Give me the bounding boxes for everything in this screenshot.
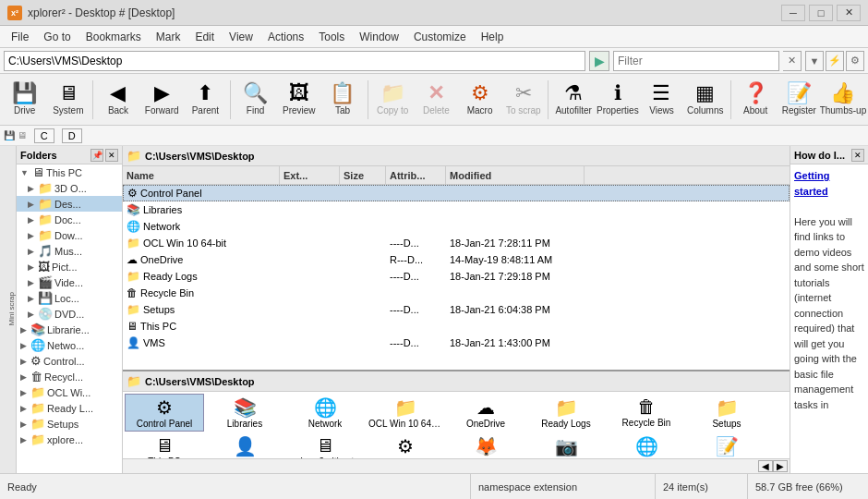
menu-help[interactable]: Help <box>474 29 512 45</box>
folders-panel-close-button[interactable]: ✕ <box>105 149 118 162</box>
menu-goto[interactable]: Go to <box>36 29 78 45</box>
folder-tree[interactable]: ▼ 🖥 This PC ▶ 📁 3D O... ▶ 📁 Des... ▶ 📁 D… <box>17 164 122 473</box>
right-panel-close-button[interactable]: ✕ <box>851 149 864 162</box>
folders-panel-pin-button[interactable]: 📌 <box>90 149 103 162</box>
file-row[interactable]: ⚙ Control Panel <box>123 185 790 201</box>
register-button[interactable]: 📝 Register <box>778 77 820 123</box>
drive-d-button[interactable]: D <box>62 128 82 143</box>
file-row[interactable]: 🖥 This PC <box>123 318 790 335</box>
menu-customize[interactable]: Customize <box>406 29 474 45</box>
file-row[interactable]: 👤 VMS ----D... 18-Jan-21 1:43:00 PM <box>123 335 790 351</box>
minimize-button[interactable]: ─ <box>781 5 805 21</box>
bottom-icon-item[interactable]: 📁 Ready Logs <box>526 394 606 432</box>
filter-icon-button1[interactable]: ⚡ <box>826 51 844 71</box>
about-button[interactable]: ❓ About <box>735 77 777 123</box>
bottom-icon-item[interactable]: 📚 Libraries <box>205 394 284 432</box>
find-button[interactable]: 🔍 Find <box>235 77 276 123</box>
filter-icon-button2[interactable]: ⚙ <box>846 51 864 71</box>
menu-file[interactable]: File <box>4 29 36 45</box>
menu-bookmarks[interactable]: Bookmarks <box>78 29 149 45</box>
col-header-modified[interactable]: Modified <box>446 166 585 184</box>
right-panel-getting-started-link[interactable]: Getting started <box>794 170 830 197</box>
close-button[interactable]: ✕ <box>837 5 861 21</box>
drive-c-button[interactable]: C <box>34 128 54 143</box>
bottom-icon-item[interactable]: ⚙ Control Panel <box>125 394 204 432</box>
file-row[interactable]: 📚 Libraries <box>123 201 790 218</box>
tree-item-readylogs[interactable]: ▶ 📁 Ready L... <box>17 400 122 416</box>
forward-button[interactable]: ▶ Forward <box>141 77 183 123</box>
col-header-attrib[interactable]: Attrib... <box>386 166 446 184</box>
tree-item-setups[interactable]: ▶ 📁 Setups <box>17 416 122 432</box>
bottom-icon-item[interactable]: 🦊 Firefox <box>446 432 525 458</box>
copyto-button[interactable]: 📁 Copy to <box>372 77 414 123</box>
bottom-icon-item[interactable]: 🖥 This PC <box>125 432 204 458</box>
tree-item-music[interactable]: ▶ 🎵 Mus... <box>17 243 122 259</box>
properties-button[interactable]: ℹ Properties <box>597 77 639 123</box>
tree-item-videos[interactable]: ▶ 🎬 Vide... <box>17 274 122 290</box>
delete-button[interactable]: ✕ Delete <box>416 77 457 123</box>
bottom-icon-item[interactable]: 🗑 Recycle Bin <box>607 394 686 432</box>
autofilter-button[interactable]: ⚗ Autofilter <box>552 77 594 123</box>
menu-actions[interactable]: Actions <box>260 29 311 45</box>
file-list[interactable]: ⚙ Control Panel 📚 Libraries 🌐 Network 📁 … <box>123 185 790 370</box>
menu-window[interactable]: Window <box>352 29 406 45</box>
preview-button[interactable]: 🖼 Preview <box>278 77 319 123</box>
bottom-icon-item[interactable]: 📁 Setups <box>687 394 766 432</box>
tree-item-downloads[interactable]: ▶ 📁 Dow... <box>17 227 122 243</box>
tree-item-network[interactable]: ▶ 🌐 Netwo... <box>17 337 122 353</box>
columns-button[interactable]: ▦ Columns <box>684 77 726 123</box>
bottom-icon-item[interactable]: 👤 VMS <box>205 432 284 458</box>
bottom-icon-item[interactable]: 🖥 xplorer2 ultimate <box>285 432 365 458</box>
menu-edit[interactable]: Edit <box>187 29 222 45</box>
filter-clear-button[interactable]: ✕ <box>783 51 802 71</box>
toscrap-button[interactable]: ✂ To scrap <box>502 77 544 123</box>
col-header-ext[interactable]: Ext... <box>280 166 340 184</box>
tree-item-3d[interactable]: ▶ 📁 3D O... <box>17 180 122 196</box>
maximize-button[interactable]: □ <box>809 5 833 21</box>
tree-item-docs[interactable]: ▶ 📁 Doc... <box>17 212 122 227</box>
tree-item-libraries[interactable]: ▶ 📚 Librarie... <box>17 322 122 337</box>
file-row[interactable]: 🌐 Network <box>123 218 790 235</box>
address-input[interactable] <box>4 51 585 71</box>
menu-view[interactable]: View <box>222 29 260 45</box>
views-button[interactable]: ☰ Views <box>641 77 682 123</box>
bottom-icon-item[interactable]: 📁 OCL Win 10 64-bit <box>366 394 445 432</box>
tree-item-dvd[interactable]: ▶ 💿 DVD... <box>17 306 122 322</box>
tab-button[interactable]: 📋 Tab <box>321 77 363 123</box>
bottom-icon-item[interactable]: 📷 FSCapture <box>526 432 606 458</box>
filter-input[interactable] <box>613 51 779 71</box>
tree-item-ocl[interactable]: ▶ 📁 OCL Wi... <box>17 384 122 400</box>
bottom-icon-item[interactable]: 📝 LogsManager <box>687 432 766 458</box>
macro-button[interactable]: ⚙ Macro <box>459 77 500 123</box>
parent-button[interactable]: ⬆ Parent <box>185 77 226 123</box>
tree-item-thispc[interactable]: ▼ 🖥 This PC <box>17 164 122 180</box>
filter-options-button[interactable]: ▼ <box>805 51 824 71</box>
system-button[interactable]: 🖥 System <box>47 77 89 123</box>
file-row[interactable]: 📁 OCL Win 10 64-bit ----D... 18-Jan-21 7… <box>123 235 790 251</box>
address-go-button[interactable]: ▶ <box>589 51 609 71</box>
bottom-icon-item[interactable]: 🌐 Network <box>285 394 365 432</box>
file-row[interactable]: ☁ OneDrive R---D... 14-May-19 8:48:11 AM <box>123 251 790 268</box>
tree-item-local[interactable]: ▶ 💾 Loc... <box>17 290 122 306</box>
tree-item-control[interactable]: ▶ ⚙ Control... <box>17 353 122 369</box>
file-cell-name: 🖥 This PC <box>123 320 280 333</box>
tree-item-recycle[interactable]: ▶ 🗑 Recycl... <box>17 369 122 384</box>
file-row[interactable]: 📁 Setups ----D... 18-Jan-21 6:04:38 PM <box>123 301 790 318</box>
col-header-name[interactable]: Name <box>123 166 280 184</box>
scroll-right-button[interactable]: ▶ <box>773 460 788 472</box>
menu-mark[interactable]: Mark <box>149 29 188 45</box>
tree-item-pictures[interactable]: ▶ 🖼 Pict... <box>17 259 122 274</box>
bottom-icon-item[interactable]: ⚙ Control Panel <box>366 432 445 458</box>
bottom-icon-item[interactable]: 🌐 Google Chrome <box>607 432 686 458</box>
file-row[interactable]: 🗑 Recycle Bin <box>123 285 790 301</box>
thumbsup-button[interactable]: 👍 Thumbs-up <box>822 77 864 123</box>
tree-item-xplorer[interactable]: ▶ 📁 xplore... <box>17 432 122 447</box>
bottom-icon-item[interactable]: ☁ OneDrive <box>446 394 525 432</box>
file-row[interactable]: 📁 Ready Logs ----D... 18-Jan-21 7:29:18 … <box>123 268 790 285</box>
menu-tools[interactable]: Tools <box>311 29 352 45</box>
back-button[interactable]: ◀ Back <box>97 77 139 123</box>
scroll-left-button[interactable]: ◀ <box>758 460 773 472</box>
col-header-size[interactable]: Size <box>340 166 386 184</box>
drive-button[interactable]: 💾 Drive <box>4 77 45 123</box>
tree-item-desktop[interactable]: ▶ 📁 Des... <box>17 196 122 212</box>
